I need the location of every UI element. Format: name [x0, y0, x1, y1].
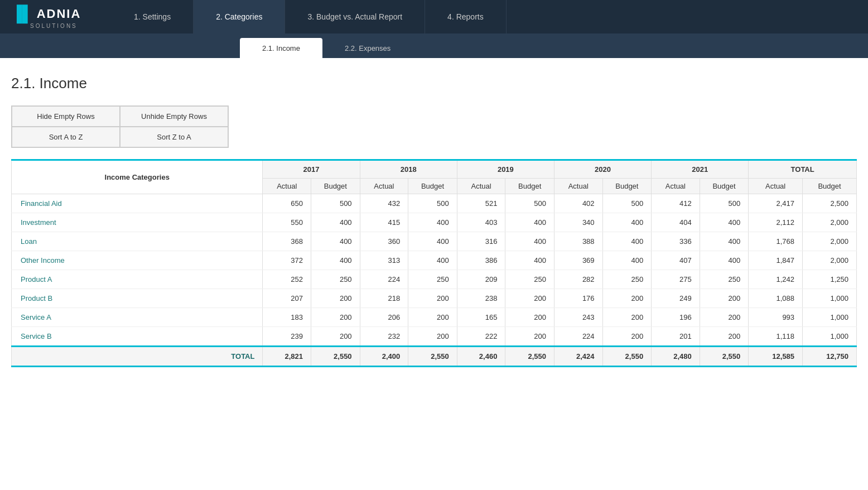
value-cell: 200	[505, 289, 554, 308]
value-cell: 250	[700, 270, 749, 289]
sort-z-to-a-button[interactable]: Sort Z to A	[120, 127, 228, 147]
value-cell: 2,500	[803, 194, 857, 213]
logo-name: ADNIA	[37, 7, 81, 21]
value-cell: 200	[700, 289, 749, 308]
value-cell: 1,847	[749, 251, 803, 270]
category-cell: Other Income	[12, 251, 263, 270]
sub-header-total-budget: Budget	[803, 179, 857, 194]
value-cell: 340	[554, 213, 602, 232]
total-value-cell: 2,424	[554, 347, 602, 367]
value-cell: 250	[311, 270, 360, 289]
value-cell: 250	[602, 270, 652, 289]
total-value-cell: 2,821	[263, 347, 311, 367]
value-cell: 400	[602, 251, 652, 270]
year-header-2018: 2018	[360, 160, 457, 179]
value-cell: 232	[360, 327, 408, 347]
table-row: Financial Aid650500432500521500402500412…	[12, 194, 857, 213]
nav-tab-reports[interactable]: 4. Reports	[425, 0, 507, 33]
category-cell: Service B	[12, 327, 263, 347]
value-cell: 500	[505, 194, 554, 213]
value-cell: 400	[700, 213, 749, 232]
value-cell: 239	[263, 327, 311, 347]
value-cell: 1,118	[749, 327, 803, 347]
logo-sub: SOLUTIONS	[11, 23, 78, 29]
value-cell: 2,000	[803, 251, 857, 270]
value-cell: 400	[311, 232, 360, 251]
value-cell: 1,000	[803, 327, 857, 347]
value-cell: 1,000	[803, 289, 857, 308]
value-cell: 400	[408, 232, 457, 251]
total-value-cell: 2,550	[700, 347, 749, 367]
header-row-years: Income Categories 2017 2018 2019 2020 20…	[12, 160, 857, 179]
value-cell: 238	[457, 289, 505, 308]
value-cell: 402	[554, 194, 602, 213]
sort-a-to-z-button[interactable]: Sort A to Z	[12, 127, 120, 147]
total-value-cell: 2,550	[408, 347, 457, 367]
value-cell: 400	[700, 232, 749, 251]
value-cell: 432	[360, 194, 408, 213]
value-cell: 243	[554, 308, 602, 327]
hide-empty-rows-button[interactable]: Hide Empty Rows	[12, 106, 120, 127]
year-header-2019: 2019	[457, 160, 554, 179]
year-header-total: TOTAL	[749, 160, 857, 179]
value-cell: 275	[652, 270, 700, 289]
total-value-cell: 2,550	[311, 347, 360, 367]
value-cell: 407	[652, 251, 700, 270]
value-cell: 372	[263, 251, 311, 270]
button-row-1: Hide Empty Rows Unhide Empty Rows	[12, 106, 228, 127]
sub-tab-expenses[interactable]: 2.2. Expenses	[322, 38, 413, 58]
total-row: TOTAL2,8212,5502,4002,5502,4602,5502,424…	[12, 347, 857, 367]
value-cell: 224	[360, 270, 408, 289]
value-cell: 2,000	[803, 232, 857, 251]
table-row: Investment550400415400403400340400404400…	[12, 213, 857, 232]
value-cell: 249	[652, 289, 700, 308]
value-cell: 200	[311, 327, 360, 347]
category-cell: Loan	[12, 232, 263, 251]
value-cell: 1,242	[749, 270, 803, 289]
value-cell: 400	[311, 251, 360, 270]
logo-icon: ▐▌	[11, 5, 33, 23]
value-cell: 200	[408, 308, 457, 327]
year-header-2020: 2020	[554, 160, 651, 179]
category-cell: Service A	[12, 308, 263, 327]
category-cell: Financial Aid	[12, 194, 263, 213]
total-value-cell: 2,460	[457, 347, 505, 367]
value-cell: 200	[602, 289, 652, 308]
sub-header-2021-actual: Actual	[652, 179, 700, 194]
value-cell: 415	[360, 213, 408, 232]
value-cell: 250	[408, 270, 457, 289]
page-title: 2.1. Income	[11, 75, 857, 92]
logo-line1: ▐▌ ADNIA	[11, 5, 81, 23]
total-value-cell: 2,400	[360, 347, 408, 367]
value-cell: 200	[311, 289, 360, 308]
year-header-2017: 2017	[263, 160, 360, 179]
value-cell: 2,000	[803, 213, 857, 232]
total-value-cell: 12,585	[749, 347, 803, 367]
value-cell: 176	[554, 289, 602, 308]
nav-tab-budget-report[interactable]: 3. Budget vs. Actual Report	[285, 0, 425, 33]
table-row: Service A1832002062001652002432001962009…	[12, 308, 857, 327]
value-cell: 201	[652, 327, 700, 347]
value-cell: 200	[505, 308, 554, 327]
value-cell: 386	[457, 251, 505, 270]
value-cell: 200	[408, 289, 457, 308]
value-cell: 218	[360, 289, 408, 308]
nav-tab-settings[interactable]: 1. Settings	[112, 0, 194, 33]
total-value-cell: 12,750	[803, 347, 857, 367]
top-navigation: ▐▌ ADNIA SOLUTIONS 1. Settings 2. Catego…	[0, 0, 868, 33]
table-row: Other Income3724003134003864003694004074…	[12, 251, 857, 270]
value-cell: 400	[408, 213, 457, 232]
value-cell: 1,000	[803, 308, 857, 327]
value-cell: 1,088	[749, 289, 803, 308]
income-table-wrapper: Income Categories 2017 2018 2019 2020 20…	[11, 159, 857, 367]
unhide-empty-rows-button[interactable]: Unhide Empty Rows	[120, 106, 228, 127]
value-cell: 400	[700, 251, 749, 270]
category-cell: Product A	[12, 270, 263, 289]
sub-tab-income[interactable]: 2.1. Income	[240, 38, 322, 58]
main-content: 2.1. Income Hide Empty Rows Unhide Empty…	[0, 58, 868, 378]
value-cell: 2,417	[749, 194, 803, 213]
table-row: Loan3684003604003164003884003364001,7682…	[12, 232, 857, 251]
sub-header-2018-actual: Actual	[360, 179, 408, 194]
nav-tab-categories[interactable]: 2. Categories	[194, 0, 285, 33]
total-value-cell: 2,550	[602, 347, 652, 367]
